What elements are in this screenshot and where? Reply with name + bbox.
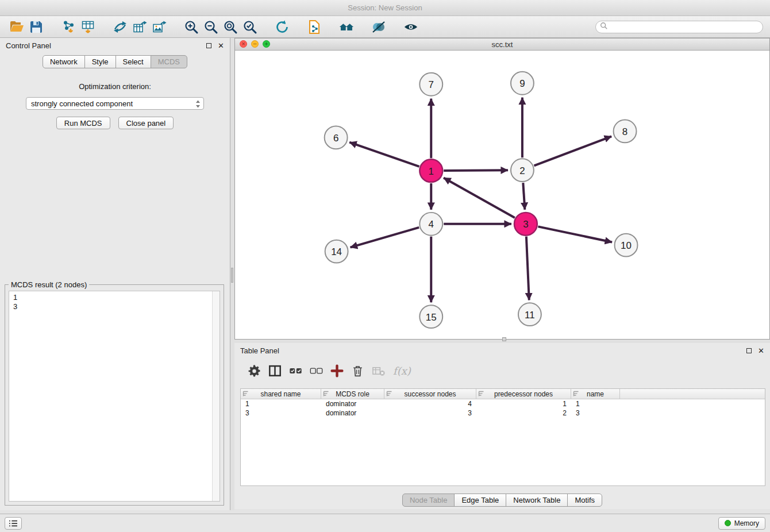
refresh-icon[interactable] (272, 18, 292, 36)
svg-text:4: 4 (429, 219, 434, 230)
node-6[interactable]: 6 (325, 126, 348, 149)
svg-text:14: 14 (331, 246, 342, 257)
save-icon[interactable] (26, 18, 46, 36)
network-window-titlebar[interactable]: × − + scc.txt (235, 38, 769, 51)
edge-2-3[interactable] (523, 183, 525, 210)
tab-edge-table[interactable]: Edge Table (454, 494, 506, 507)
mcds-result-scrollbar[interactable] (212, 291, 220, 501)
edge-2-8[interactable] (534, 136, 611, 165)
sort-icon (478, 391, 484, 397)
export-image-icon[interactable] (149, 18, 169, 36)
memory-button[interactable]: Memory (718, 517, 765, 530)
node-4[interactable]: 4 (419, 213, 442, 236)
table-row[interactable]: 1dominator411 (241, 399, 765, 408)
select-all-icon[interactable] (285, 361, 306, 380)
window-titlebar[interactable]: Session: New Session (0, 0, 770, 16)
node-3[interactable]: 3 (514, 213, 537, 236)
delete-icon[interactable] (347, 361, 368, 380)
close-panel-icon[interactable]: ✕ (218, 42, 224, 49)
column-header-shared-name[interactable]: shared name (241, 389, 321, 399)
search-box[interactable] (595, 21, 763, 33)
edge-3-10[interactable] (538, 226, 612, 242)
edge-4-14[interactable] (351, 228, 419, 248)
node-7[interactable]: 7 (419, 73, 442, 96)
node-2[interactable]: 2 (511, 159, 534, 182)
float-panel-icon[interactable] (206, 43, 211, 48)
column-header-filler (620, 389, 765, 399)
close-panel-button[interactable]: Close panel (118, 117, 174, 129)
zoom-selected-icon[interactable] (240, 18, 260, 36)
node-14[interactable]: 14 (325, 240, 348, 263)
style-icon[interactable] (369, 18, 388, 36)
gear-icon[interactable] (244, 361, 264, 380)
table-cell[interactable]: 4 (384, 400, 476, 408)
table-cell[interactable]: 1 (476, 400, 571, 408)
splitter-knob[interactable] (231, 268, 233, 283)
control-panel-tabs: NetworkStyleSelectMCDS (0, 55, 230, 68)
tab-mcds[interactable]: MCDS (151, 55, 187, 68)
column-header-mcds-role[interactable]: MCDS role (321, 389, 384, 399)
edge-3-11[interactable] (526, 237, 529, 300)
vertical-splitter[interactable] (230, 38, 234, 510)
node-8[interactable]: 8 (614, 120, 637, 143)
canvas-resize-handle[interactable] (502, 337, 506, 341)
edge-1-2[interactable] (444, 170, 508, 171)
deselect-all-icon[interactable] (306, 361, 326, 380)
table-cell[interactable]: 3 (384, 409, 476, 417)
tab-select[interactable]: Select (116, 55, 151, 68)
network-canvas[interactable]: 7968124314101511 (235, 51, 769, 339)
open-folder-icon[interactable] (7, 18, 26, 36)
table-cell[interactable]: 2 (476, 409, 571, 417)
home-icon[interactable] (337, 18, 356, 36)
maximize-window-icon[interactable]: + (263, 40, 270, 48)
node-1[interactable]: 1 (419, 159, 442, 182)
minimize-window-icon[interactable]: − (251, 40, 259, 48)
export-table-icon[interactable] (130, 18, 149, 36)
tab-motifs[interactable]: Motifs (567, 494, 602, 507)
column-header-name[interactable]: name (571, 389, 620, 399)
network-graph-svg[interactable]: 7968124314101511 (235, 51, 769, 339)
criterion-dropdown[interactable]: strongly connected component (26, 97, 204, 110)
mcds-result-box[interactable]: 13 (9, 291, 220, 502)
node-15[interactable]: 15 (419, 305, 442, 328)
zoom-fit-icon[interactable] (221, 18, 240, 36)
search-input[interactable] (608, 22, 763, 32)
table-cell[interactable]: 1 (571, 400, 620, 408)
run-mcds-button[interactable]: Run MCDS (56, 117, 110, 129)
edge-3-1[interactable] (444, 178, 515, 218)
delete-table-icon[interactable] (368, 361, 388, 380)
tab-node-table[interactable]: Node Table (402, 494, 455, 507)
edge-1-6[interactable] (349, 142, 419, 167)
split-view-icon[interactable] (264, 361, 285, 380)
network-document-icon[interactable] (305, 18, 324, 36)
mcds-buttons-row: Run MCDS Close panel (0, 117, 230, 129)
eye-icon[interactable] (401, 18, 421, 36)
import-table-icon[interactable] (78, 18, 98, 36)
table-cell[interactable]: 3 (241, 409, 321, 417)
close-table-panel-icon[interactable]: ✕ (758, 347, 764, 354)
tab-network-table[interactable]: Network Table (506, 494, 568, 507)
tab-network[interactable]: Network (43, 55, 85, 68)
zoom-in-icon[interactable] (182, 18, 201, 36)
zoom-out-icon[interactable] (201, 18, 221, 36)
export-network-icon[interactable] (110, 18, 130, 36)
node-9[interactable]: 9 (511, 72, 534, 95)
node-10[interactable]: 10 (615, 234, 638, 257)
table-cell[interactable]: dominator (321, 400, 384, 408)
column-header-successor-nodes[interactable]: successor nodes (384, 389, 476, 399)
float-table-panel-icon[interactable] (746, 348, 752, 353)
sort-icon (386, 391, 392, 397)
add-icon[interactable] (326, 361, 347, 380)
table-cell[interactable]: 3 (571, 409, 620, 417)
import-network-icon[interactable] (59, 18, 78, 36)
table-row[interactable]: 3dominator323 (241, 408, 765, 418)
tab-style[interactable]: Style (84, 55, 116, 68)
table-cell[interactable]: dominator (321, 409, 384, 417)
function-builder-button[interactable]: f(x) (393, 365, 411, 377)
table-panel: Table Panel ✕ f(x) shared nameMCDS roles… (234, 343, 770, 509)
close-window-icon[interactable]: × (240, 40, 247, 48)
column-header-predecessor-nodes[interactable]: predecessor nodes (476, 389, 571, 399)
node-11[interactable]: 11 (518, 303, 541, 326)
task-history-button[interactable] (5, 517, 22, 530)
table-cell[interactable]: 1 (241, 400, 321, 408)
